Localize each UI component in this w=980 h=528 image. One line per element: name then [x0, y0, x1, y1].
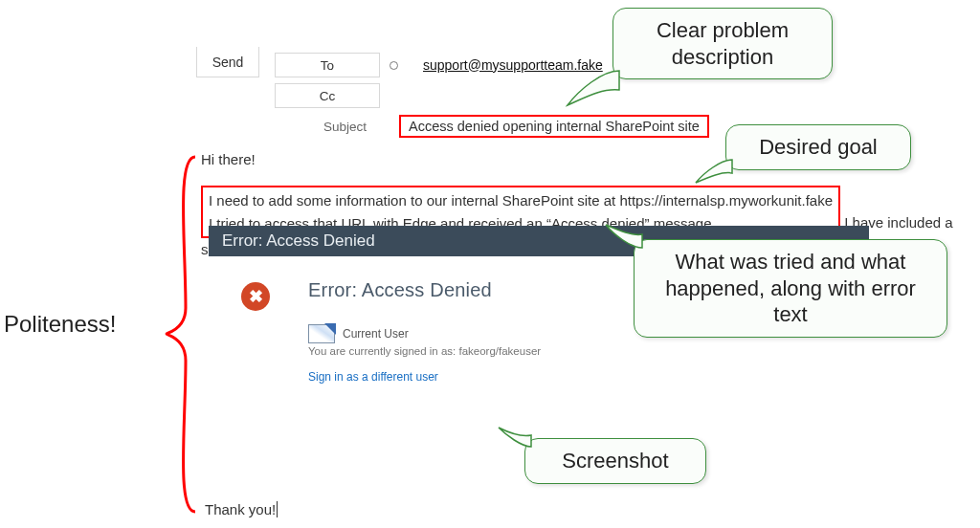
annotation-clear-problem: Clear problem description — [612, 8, 833, 79]
presence-icon — [390, 61, 398, 70]
callout-tail-icon — [602, 221, 644, 255]
cc-button[interactable]: Cc — [275, 83, 380, 108]
subject-label: Subject — [275, 120, 380, 134]
body-line1: I need to add some information to our in… — [209, 192, 833, 209]
annotation-politeness: Politeness! — [4, 311, 116, 338]
signin-different-user-link[interactable]: Sign in as a different user — [308, 370, 541, 384]
signed-in-text: You are currently signed in as: fakeorg/… — [308, 345, 541, 357]
diagram-canvas: Send To support@mysupportteam.fake Cc Su… — [0, 0, 980, 528]
callout-tail-icon — [495, 424, 533, 454]
callout-tail-icon — [564, 63, 621, 109]
annotation-what-tried-text: What was tried and what happened, along … — [665, 250, 916, 326]
current-user-row: Current User — [308, 324, 541, 343]
send-button[interactable]: Send — [196, 47, 259, 77]
error-heading: Error: Access Denied — [308, 279, 541, 301]
user-page-icon — [308, 324, 335, 343]
annotation-screenshot: Screenshot — [524, 438, 706, 484]
annotation-what-tried: What was tried and what happened, along … — [634, 239, 947, 338]
screenshot-content: Error: Access Denied Current User You ar… — [308, 279, 541, 384]
to-button[interactable]: To — [275, 53, 380, 77]
thanks-text: Thank you! — [205, 501, 276, 517]
politeness-brace — [163, 155, 199, 514]
annotation-screenshot-text: Screenshot — [562, 449, 668, 473]
text-cursor — [277, 501, 278, 517]
annotation-clear-problem-text: Clear problem description — [657, 18, 789, 69]
annotation-desired-goal-text: Desired goal — [759, 135, 878, 159]
closing-text: Thank you! — [205, 501, 278, 517]
brace-icon — [163, 155, 199, 514]
callout-tail-icon — [692, 154, 734, 187]
current-user-label: Current User — [343, 327, 409, 341]
error-icon: ✖ — [241, 282, 270, 311]
annotation-desired-goal: Desired goal — [725, 124, 911, 170]
subject-input-highlight[interactable]: Access denied opening internal SharePoin… — [399, 115, 709, 138]
